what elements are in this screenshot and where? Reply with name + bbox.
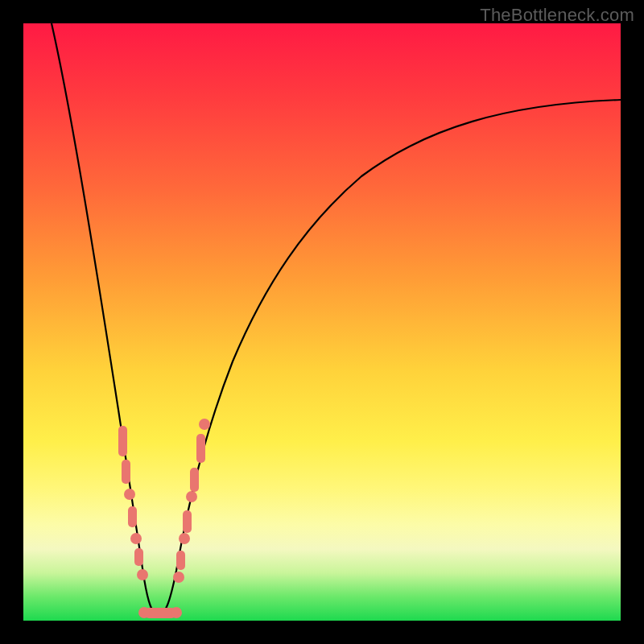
svg-point-10 (173, 572, 184, 583)
svg-rect-5 (134, 548, 143, 566)
svg-rect-3 (128, 506, 137, 527)
svg-point-17 (199, 419, 210, 430)
plot-area (23, 23, 621, 621)
svg-point-8 (138, 607, 150, 618)
bottom-marker-bar (138, 607, 182, 618)
svg-rect-16 (196, 434, 205, 463)
right-marker-cluster (173, 419, 210, 583)
svg-point-2 (124, 489, 135, 500)
svg-rect-13 (183, 510, 192, 533)
svg-rect-0 (118, 426, 127, 456)
svg-point-6 (137, 569, 148, 580)
svg-rect-1 (122, 460, 130, 484)
svg-rect-11 (176, 551, 185, 570)
svg-rect-15 (190, 468, 199, 492)
chart-svg (23, 23, 621, 621)
svg-point-4 (130, 533, 142, 544)
bottleneck-curve (52, 23, 621, 615)
svg-point-12 (179, 533, 190, 544)
watermark-text: TheBottleneck.com (480, 5, 634, 26)
svg-point-14 (186, 491, 197, 502)
outer-frame: TheBottleneck.com (0, 0, 644, 644)
svg-point-9 (171, 607, 182, 618)
